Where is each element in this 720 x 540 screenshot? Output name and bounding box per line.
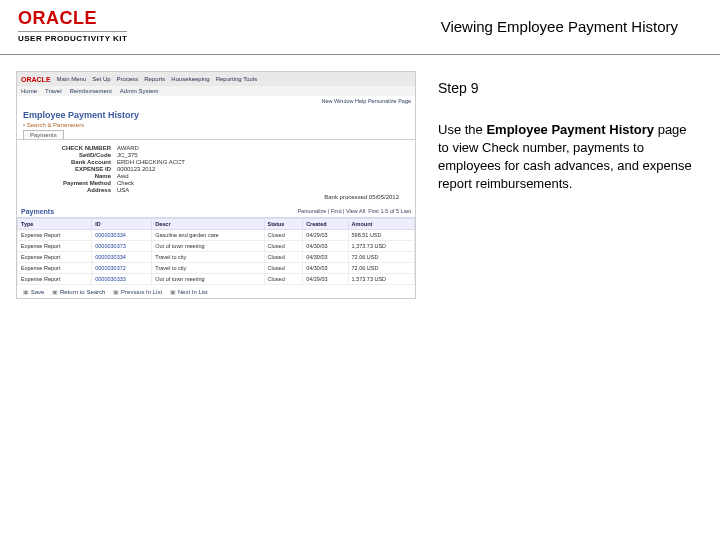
label: CHECK NUMBER — [25, 145, 117, 151]
value: 0000123 2012 — [117, 166, 155, 172]
cell: 04/29/03 — [303, 230, 348, 241]
menu-item[interactable]: Admin System — [120, 88, 159, 94]
cell: 72.06 USD — [348, 252, 414, 263]
cell: Travel to city — [152, 263, 264, 274]
label: Payment Method — [25, 180, 117, 186]
cell: 04/30/03 — [303, 241, 348, 252]
cell[interactable]: 0000030333 — [92, 274, 152, 285]
label: Name — [25, 173, 117, 179]
bank-processed: Bank processed 05/05/2012 — [324, 194, 399, 200]
menu-item[interactable]: Reports — [144, 76, 165, 82]
cell[interactable]: 0000030334 — [92, 230, 152, 241]
cell: Closed — [264, 263, 303, 274]
cell: Closed — [264, 252, 303, 263]
save-link[interactable]: Save — [23, 288, 44, 295]
cell: Gasoline and garden care — [152, 230, 264, 241]
cell: Out of town meeting — [152, 274, 264, 285]
brand-main: ORACLE — [18, 8, 127, 29]
grid-tools[interactable]: Personalize | Find | View All — [298, 208, 366, 214]
table-row: Expense Report0000030373Out of town meet… — [18, 241, 415, 252]
cell: 1,573.73 USD — [348, 274, 414, 285]
next-link[interactable]: Next In List — [170, 288, 208, 295]
cell: Closed — [264, 274, 303, 285]
cell: 1,373.73 USD — [348, 241, 414, 252]
col-header[interactable]: Type — [18, 219, 92, 230]
cell: 04/30/03 — [303, 252, 348, 263]
cell: Expense Report — [18, 241, 92, 252]
label: SetID/Code — [25, 152, 117, 158]
table-row: Expense Report0000030334Gasoline and gar… — [18, 230, 415, 241]
table-row: Expense Report0000030372Travel to cityCl… — [18, 263, 415, 274]
col-header[interactable]: ID — [92, 219, 152, 230]
toolbar-links[interactable]: New Window Help Personalize Page — [321, 98, 411, 104]
app-brand: ORACLE — [21, 76, 51, 83]
value: Awd — [117, 173, 129, 179]
cell: Out of town meeting — [152, 241, 264, 252]
cell: 04/30/03 — [303, 263, 348, 274]
menu-item[interactable]: Reimbursement — [69, 88, 111, 94]
menu-item[interactable]: Main Menu — [57, 76, 87, 82]
label: Address — [25, 187, 117, 193]
menu-item[interactable]: Set Up — [92, 76, 110, 82]
section-title: Payments — [21, 208, 54, 215]
payments-table: Type ID Descr Status Created Amount Expe… — [17, 218, 415, 285]
value: JC_375 — [117, 152, 138, 158]
cell: Expense Report — [18, 274, 92, 285]
table-row: Expense Report0000030333Out of town meet… — [18, 274, 415, 285]
menu-item[interactable]: Process — [117, 76, 139, 82]
cell[interactable]: 0000030334 — [92, 252, 152, 263]
cell: Closed — [264, 230, 303, 241]
label: EXPENSE ID — [25, 166, 117, 172]
app-page-title: Employee Payment History — [17, 106, 415, 122]
value: Check — [117, 180, 134, 186]
cell: Closed — [264, 241, 303, 252]
prev-link[interactable]: Previous In List — [113, 288, 162, 295]
brand-logo: ORACLE USER PRODUCTIVITY KIT — [18, 8, 127, 43]
cell[interactable]: 0000030373 — [92, 241, 152, 252]
cell: Expense Report — [18, 230, 92, 241]
tab-payments[interactable]: Payments — [23, 130, 64, 139]
value: USA — [117, 187, 129, 193]
cell: Expense Report — [18, 252, 92, 263]
cell[interactable]: 0000030372 — [92, 263, 152, 274]
menu-item[interactable]: Home — [21, 88, 37, 94]
cell: Expense Report — [18, 263, 92, 274]
col-header[interactable]: Amount — [348, 219, 414, 230]
step-label: Step 9 — [438, 79, 702, 99]
label: Bank Account — [25, 159, 117, 165]
table-row: Expense Report0000030334Travel to cityCl… — [18, 252, 415, 263]
cell: 598.51 USD — [348, 230, 414, 241]
value: AWARD — [117, 145, 139, 151]
grid-pager[interactable]: First 1-5 of 5 Last — [368, 208, 411, 214]
instruction-text: Use the Employee Payment History page to… — [438, 121, 698, 194]
search-params-link[interactable]: • Search & Parameters — [17, 122, 415, 130]
col-header[interactable]: Descr — [152, 219, 264, 230]
embedded-app-screenshot: ORACLE Main Menu Set Up Process Reports … — [16, 71, 416, 299]
page-title: Viewing Employee Payment History — [441, 18, 678, 35]
return-link[interactable]: Return to Search — [52, 288, 105, 295]
value: ERDH CHECKING ACCT — [117, 159, 185, 165]
col-header[interactable]: Status — [264, 219, 303, 230]
cell: Travel to city — [152, 252, 264, 263]
menu-item[interactable]: Travel — [45, 88, 61, 94]
menu-item[interactable]: Reporting Tools — [216, 76, 258, 82]
cell: 72.06 USD — [348, 263, 414, 274]
col-header[interactable]: Created — [303, 219, 348, 230]
app-menu-primary: Main Menu Set Up Process Reports Houseke… — [57, 76, 258, 82]
brand-sub: USER PRODUCTIVITY KIT — [18, 31, 127, 43]
cell: 04/29/03 — [303, 274, 348, 285]
menu-item[interactable]: Housekeeping — [171, 76, 209, 82]
